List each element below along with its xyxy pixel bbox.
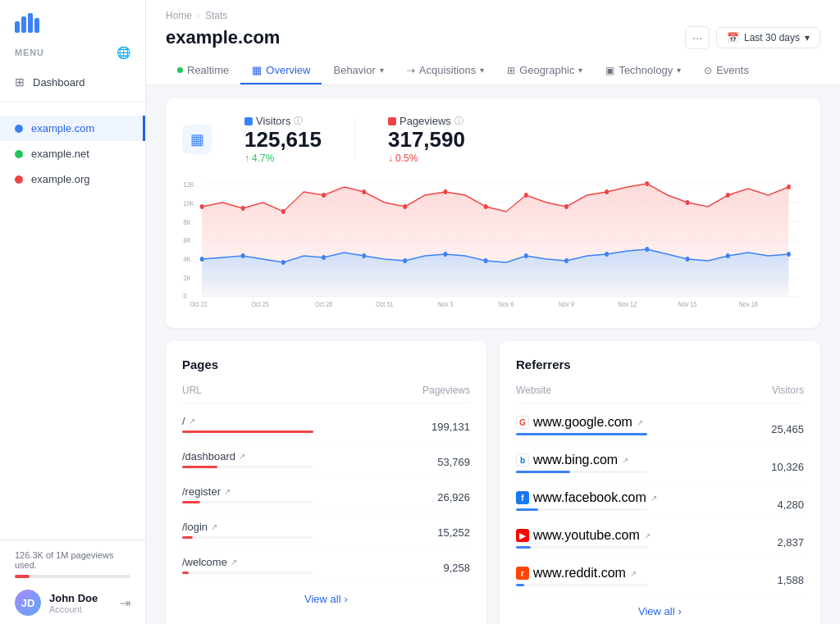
tab-technology[interactable]: ▣ Technology ▾ — [594, 57, 692, 84]
external-link-icon: ↗ — [224, 487, 231, 496]
row-bar-container — [516, 433, 647, 435]
table-row: /login ↗ 15,252 — [182, 512, 470, 548]
svg-text:Oct 22: Oct 22 — [189, 300, 208, 308]
pages-rows: / ↗ 199,131 /dashboard ↗ 53,769 /registe… — [182, 407, 470, 583]
bar-chart-icon: ▦ — [190, 130, 204, 148]
external-link-icon: ↗ — [239, 452, 245, 461]
chevron-down-icon: ▾ — [805, 32, 810, 43]
row-url[interactable]: ▶ www.youtube.com ↗ — [516, 528, 651, 543]
chart-dot — [787, 252, 791, 257]
tab-behavior[interactable]: Behavior ▾ — [322, 57, 395, 84]
chart-dot — [281, 209, 285, 214]
row-bar-container — [182, 430, 313, 433]
sidebar-site-label: example.org — [31, 173, 90, 185]
pageviews-change: ↓ 0.5% — [388, 153, 465, 164]
row-url[interactable]: r www.reddit.com ↗ — [516, 566, 647, 581]
bottom-row: Pages URL Pageviews / ↗ 199,131 /dashboa… — [166, 341, 820, 624]
row-bar-container — [182, 501, 313, 503]
row-bar-container — [182, 572, 313, 574]
usage-bar-bg — [15, 575, 130, 578]
menu-label: MENU — [15, 48, 44, 57]
tab-events[interactable]: ⊙ Events — [692, 57, 760, 84]
usage-text: 126.3K of 1M pageviews used. — [15, 550, 130, 570]
chart-dot — [241, 206, 245, 211]
logo-bar-1 — [15, 21, 20, 33]
row-url[interactable]: /dashboard ↗ — [182, 450, 313, 462]
row-bar-container — [182, 466, 313, 468]
info-icon[interactable]: ⓘ — [454, 115, 463, 127]
chevron-down-icon: ▾ — [480, 66, 484, 75]
overview-icon: ▦ — [252, 64, 262, 76]
acquisitions-icon: ⇢ — [407, 65, 415, 76]
row-value: 26,926 — [437, 491, 470, 503]
arrow-up-icon: ↑ — [244, 153, 249, 164]
account-row: JD John Doe Account ⇥ — [0, 581, 145, 624]
svg-text:10K: 10K — [184, 199, 194, 207]
row-url[interactable]: /welcome ↗ — [182, 556, 313, 568]
page-title: example.com — [166, 27, 280, 48]
row-bar-container — [516, 546, 647, 549]
row-url[interactable]: b www.bing.com ↗ — [516, 453, 647, 467]
sidebar-item-example-net[interactable]: example.net — [0, 141, 145, 166]
main-content: Home › Stats example.com ··· 📅 Last 30 d… — [146, 0, 840, 624]
logout-icon[interactable]: ⇥ — [120, 595, 130, 611]
sidebar-site-label: example.com — [31, 122, 94, 134]
row-bar-container — [516, 508, 647, 511]
sidebar-item-example-org[interactable]: example.org — [0, 166, 145, 192]
referrer-icon: ▶ — [516, 529, 529, 542]
row-url[interactable]: f www.facebook.com ↗ — [516, 490, 657, 505]
pages-card: Pages URL Pageviews / ↗ 199,131 /dashboa… — [166, 341, 486, 624]
chevron-right-icon: › — [345, 593, 348, 605]
row-value: 10,326 — [771, 461, 804, 473]
metric-divider — [354, 119, 355, 160]
row-bar — [516, 508, 538, 511]
pageviews-metric: Pageviews ⓘ 317,590 ↓ 0.5% — [388, 115, 465, 164]
breadcrumb-home[interactable]: Home — [166, 10, 192, 21]
referrer-icon: f — [516, 491, 529, 504]
chevron-down-icon: ▾ — [380, 66, 384, 75]
breadcrumb-sep: › — [197, 10, 200, 21]
pages-view-all[interactable]: View all › — [182, 593, 470, 605]
referrers-title: Referrers — [516, 358, 804, 371]
table-row: r www.reddit.com ↗ 1,588 — [516, 558, 804, 595]
row-bar — [516, 471, 570, 473]
row-bar — [182, 430, 313, 433]
tab-realtime[interactable]: Realtime — [166, 57, 240, 84]
sidebar-item-example-com[interactable]: example.com — [0, 116, 145, 141]
sidebar-site-label: example.net — [31, 148, 89, 160]
chart-dot — [200, 204, 204, 209]
globe-icon[interactable]: 🌐 — [116, 46, 130, 59]
svg-text:Nov 9: Nov 9 — [559, 300, 574, 308]
row-left: /welcome ↗ — [182, 556, 313, 574]
tab-overview[interactable]: ▦ Overview — [240, 57, 322, 84]
referrer-icon: G — [516, 416, 529, 429]
row-url[interactable]: /register ↗ — [182, 485, 313, 498]
row-value: 53,769 — [437, 456, 470, 468]
date-range-button[interactable]: 📅 Last 30 days ▾ — [716, 27, 820, 48]
table-row: /dashboard ↗ 53,769 — [182, 442, 470, 477]
tab-label: Overview — [266, 64, 310, 76]
row-url[interactable]: /login ↗ — [182, 521, 313, 533]
svg-text:2K: 2K — [184, 274, 191, 282]
more-options-button[interactable]: ··· — [685, 26, 710, 49]
info-icon[interactable]: ⓘ — [294, 115, 303, 127]
referrers-view-all[interactable]: View all › — [516, 605, 804, 617]
external-link-icon: ↗ — [630, 569, 637, 578]
svg-text:12K: 12K — [184, 180, 194, 189]
chart-dot — [403, 204, 407, 209]
row-url[interactable]: G www.google.com ↗ — [516, 415, 647, 430]
chart-dot — [281, 260, 285, 265]
referrer-icon: b — [516, 453, 529, 467]
tab-acquisitions[interactable]: ⇢ Acquisitions ▾ — [395, 57, 495, 84]
chart-dot — [444, 252, 448, 257]
chart-dot — [322, 193, 326, 198]
logo — [0, 0, 145, 39]
site-dot — [15, 175, 23, 184]
avatar-initials: JD — [15, 590, 41, 616]
sidebar-item-dashboard[interactable]: ⊞ Dashboard — [0, 69, 145, 95]
row-url[interactable]: / ↗ — [182, 415, 313, 427]
row-bar — [182, 572, 189, 574]
breadcrumb: Home › Stats — [166, 10, 820, 21]
menu-row: MENU 🌐 — [0, 39, 145, 66]
tab-geographic[interactable]: ⊞ Geographic ▾ — [495, 57, 594, 84]
